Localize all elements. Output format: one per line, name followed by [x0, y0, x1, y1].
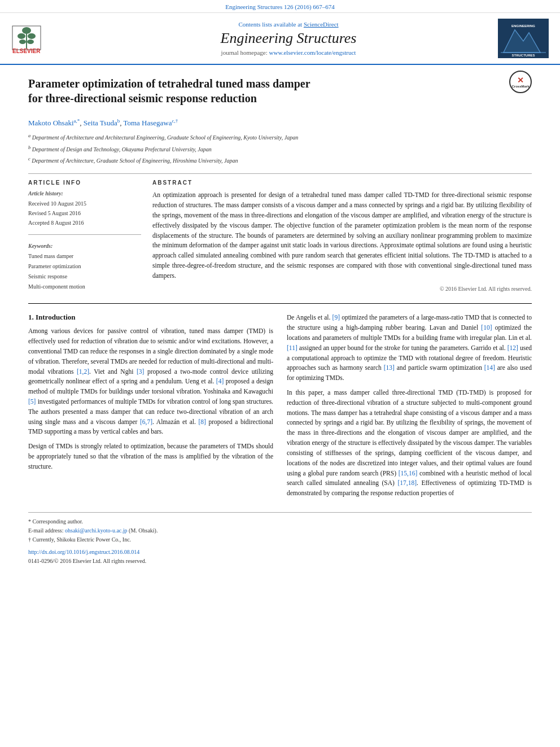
journal-header-center: Contents lists available at ScienceDirec… — [85, 21, 492, 56]
article-content: Parameter optimization of tetrahedral tu… — [0, 65, 560, 577]
footnote-corresponding: * Corresponding author. — [28, 517, 532, 526]
footnotes-area: * Corresponding author. E-mail address: … — [28, 512, 532, 566]
footnote-email: E-mail address: ohsaki@archi.kyoto-u.ac.… — [28, 526, 532, 535]
svg-text:ELSEVIER: ELSEVIER — [12, 48, 41, 54]
affiliation-b: b Department of Design and Technology, O… — [28, 144, 532, 154]
svg-point-6 — [27, 40, 34, 44]
abstract-column: ABSTRACT An optimization approach is pre… — [152, 180, 532, 292]
sciencedirect-link-text[interactable]: ScienceDirect — [304, 21, 339, 28]
intro-section-title: 1. Introduction — [28, 313, 273, 322]
author-hasegawa: Toma Hasegawa — [123, 119, 172, 127]
article-history-section: Article history: Received 10 August 2015… — [28, 190, 141, 228]
article-info-heading: ARTICLE INFO — [28, 180, 141, 186]
main-body: 1. Introduction Among various devices fo… — [28, 303, 532, 566]
right-para-1: De Angelis et al. [9] optimized the para… — [287, 313, 532, 383]
journal-citation-text: Engineering Structures 126 (2016) 667–67… — [225, 3, 335, 10]
author-sup-c: c,† — [172, 118, 178, 124]
svg-point-2 — [22, 27, 31, 34]
eng-structures-logo-area: ENGINEERING STRUCTURES — [492, 19, 549, 58]
info-abstract-section: ARTICLE INFO Article history: Received 1… — [28, 180, 532, 292]
svg-text:ENGINEERING: ENGINEERING — [511, 24, 535, 28]
abstract-text: An optimization approach is presented fo… — [152, 190, 532, 281]
journal-title: Engineering Structures — [90, 30, 487, 47]
author-sup-a: a,* — [74, 118, 80, 124]
intro-para-2: Design of TMDs is strongly related to op… — [28, 442, 273, 471]
intro-para-1: Among various devices for passive contro… — [28, 326, 273, 437]
accepted-date: Accepted 8 August 2016 — [28, 218, 141, 228]
journal-header: ELSEVIER Contents lists available at Sci… — [0, 13, 560, 65]
svg-point-5 — [19, 40, 26, 44]
keywords-divider — [28, 234, 141, 235]
elsevier-logo-area: ELSEVIER — [11, 20, 85, 56]
cite-4[interactable]: [4] — [216, 378, 224, 385]
cite-17-18[interactable]: [17,18] — [397, 479, 417, 486]
article-info-column: ARTICLE INFO Article history: Received 1… — [28, 180, 141, 292]
svg-point-4 — [28, 33, 36, 39]
keyword-3: Seismic response — [28, 272, 141, 282]
cite-14[interactable]: [14] — [484, 364, 495, 371]
intro-section-label: Introduction — [36, 313, 76, 321]
body-col-right: De Angelis et al. [9] optimized the para… — [287, 313, 532, 503]
keyword-2: Parameter optimization — [28, 261, 141, 272]
section-divider — [28, 173, 532, 174]
intro-section-number: 1. — [28, 313, 34, 321]
copyright-line: © 2016 Elsevier Ltd. All rights reserved… — [152, 286, 532, 292]
homepage-url[interactable]: www.elsevier.com/locate/engstruct — [269, 49, 356, 56]
footnote-doi: http://dx.doi.org/10.1016/j.engstruct.20… — [28, 548, 532, 557]
cite-15-16[interactable]: [15,16] — [399, 470, 418, 477]
footnote-dagger: † Currently, Shikoku Electric Power Co.,… — [28, 535, 532, 544]
homepage-label: journal homepage: — [221, 49, 268, 56]
cite-11[interactable]: [11] — [287, 344, 298, 351]
authors-line: Makoto Ohsakia,*, Seita Tsudab, Toma Has… — [28, 118, 532, 128]
footnote-issn: 0141-0296/© 2016 Elsevier Ltd. All right… — [28, 557, 532, 566]
email-suffix: (M. Ohsaki). — [129, 527, 158, 534]
keywords-label: Keywords: — [28, 243, 141, 249]
cite-12[interactable]: [12] — [508, 344, 518, 351]
svg-text:STRUCTURES: STRUCTURES — [511, 54, 535, 57]
article-title: Parameter optimization of tetrahedral tu… — [28, 76, 310, 106]
keywords-list: Tuned mass damper Parameter optimization… — [28, 251, 141, 292]
body-col-left: 1. Introduction Among various devices fo… — [28, 313, 273, 503]
elsevier-logo-svg: ELSEVIER — [11, 20, 73, 54]
abstract-heading: ABSTRACT — [152, 180, 532, 186]
email-label: E-mail address: — [28, 527, 63, 534]
affiliation-a: a Department of Architecture and Archite… — [28, 132, 532, 142]
doi-link[interactable]: http://dx.doi.org/10.1016/j.engstruct.20… — [28, 549, 139, 555]
cite-9[interactable]: [9] — [333, 314, 340, 321]
cite-1-2[interactable]: [1,2] — [77, 368, 89, 375]
received-date: Received 10 August 2015 — [28, 199, 141, 208]
cite-8[interactable]: [8] — [199, 418, 206, 425]
article-dates: Received 10 August 2015 Revised 5 August… — [28, 199, 141, 228]
revised-date: Revised 5 August 2016 — [28, 208, 141, 218]
cite-6-7[interactable]: [6,7] — [140, 418, 152, 425]
article-history-label: Article history: — [28, 190, 141, 196]
cite-5[interactable]: [5] — [28, 398, 36, 405]
right-para-2: In this paper, a mass damper called thre… — [287, 388, 532, 499]
eng-struct-logo-svg: ENGINEERING STRUCTURES — [498, 19, 549, 58]
body-two-col: 1. Introduction Among various devices fo… — [28, 313, 532, 503]
cite-3[interactable]: [3] — [137, 368, 144, 375]
crossmark-badge[interactable]: ✕ CrossMark — [509, 71, 532, 93]
cite-13[interactable]: [13] — [384, 364, 395, 371]
keyword-4: Multi-component motion — [28, 282, 141, 292]
crossmark-area: ✕ CrossMark — [509, 71, 532, 93]
keyword-1: Tuned mass damper — [28, 251, 141, 261]
svg-point-3 — [18, 33, 25, 39]
sciencedirect-label: Contents lists available at ScienceDirec… — [90, 21, 487, 28]
keywords-section: Keywords: Tuned mass damper Parameter op… — [28, 243, 141, 292]
email-link[interactable]: ohsaki@archi.kyoto-u.ac.jp — [65, 527, 128, 534]
journal-homepage: journal homepage: www.elsevier.com/locat… — [90, 49, 487, 56]
author-tsuda: Seita Tsuda — [84, 119, 117, 127]
author-name: Makoto Ohsaki — [28, 119, 74, 127]
affiliations: a Department of Architecture and Archite… — [28, 132, 532, 165]
journal-citation-bar: Engineering Structures 126 (2016) 667–67… — [0, 0, 560, 13]
affiliation-c: c Department of Architecture, Graduate S… — [28, 155, 532, 165]
cite-10[interactable]: [10] — [481, 324, 492, 331]
eng-structures-logo: ENGINEERING STRUCTURES — [498, 19, 549, 58]
